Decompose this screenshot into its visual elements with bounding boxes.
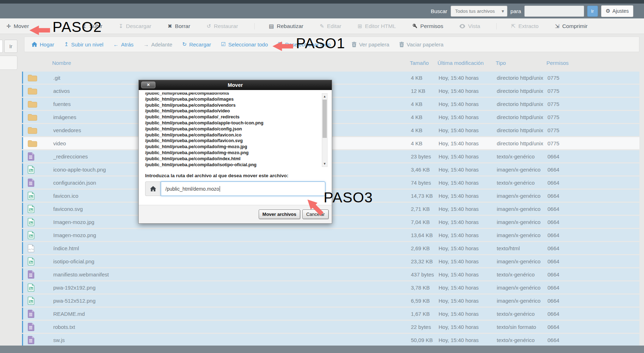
nav-item-adelante[interactable]: →Adelante [143, 41, 172, 47]
move-files-button[interactable]: Mover archivos [259, 209, 300, 219]
scroll-down-icon[interactable]: ▼ [322, 161, 327, 166]
file-type: imagen/x-genérico [497, 219, 547, 225]
file-name: índice.html [53, 245, 411, 251]
file-size: 74 bytes [411, 180, 439, 186]
column-header-size[interactable]: Tamaño [410, 60, 437, 66]
move-path-input[interactable]: /public_html/demo.mozo [161, 181, 325, 196]
path-input-fragment[interactable] [0, 40, 3, 53]
file-perms: 0775 [547, 101, 639, 107]
file-modified: Hoy, 15:40 horas [439, 271, 497, 278]
nav-item-subir-un-nivel[interactable]: ↥Subir un nivel [64, 41, 103, 47]
column-header-modified[interactable]: Última modificación [437, 60, 496, 66]
move-path-prompt: Introduzca la ruta del archivo al que de… [145, 173, 325, 178]
image-file-icon [28, 218, 54, 226]
toolbar-item-editor-html: ⊞Editor HTML [358, 23, 396, 29]
toolbar-item-rebautizar[interactable]: ▤Rebautizar [254, 23, 303, 29]
scrollbar[interactable]: ▲ ▼ [322, 93, 327, 167]
file-perms: 0664 [547, 271, 639, 278]
toolbar-item-mover[interactable]: ✛Mover [6, 23, 29, 29]
search-input[interactable] [524, 6, 584, 17]
table-row[interactable]: robots.txt22 bytesHoy, 15:40 horastexto/… [22, 321, 639, 333]
file-name: README.md [53, 311, 411, 317]
file-perms: 0664 [547, 180, 639, 186]
html-file-icon: </> [28, 244, 54, 252]
table-row[interactable]: README.md1,67 KBHoy, 15:40 horastexto/x-… [22, 308, 639, 320]
file-perms: 0664 [547, 153, 639, 159]
table-row[interactable]: isotipo-oficial.png23,32 KBHoy, 15:40 ho… [22, 255, 639, 267]
file-modified: Hoy, 15:40 horas [439, 88, 497, 94]
nav-item-seleccionar-todo[interactable]: ☑Seleccionar todo [221, 41, 268, 47]
close-icon[interactable]: ✕ [141, 82, 155, 88]
permissions-icon [412, 23, 418, 29]
column-header-perms[interactable]: Permisos [546, 60, 639, 66]
file-perms: 0775 [547, 88, 639, 94]
file-size: 6,59 KB [411, 298, 439, 304]
table-row[interactable]: manifiesto.webmanifest437 bytesHoy, 15:4… [22, 268, 639, 280]
table-row[interactable]: Imagen-mozo.png13,64 KBHoy, 15:40 horasi… [22, 229, 639, 241]
file-name: sw.js [53, 337, 411, 343]
cancel-button[interactable]: Cancelar [302, 209, 329, 219]
nav-item-recargar[interactable]: ↻Recargar [182, 41, 211, 47]
search-scope-value: Todos tus archivos [455, 9, 495, 14]
search-for-label: para [511, 8, 521, 14]
file-name: pwa-192x192.png [53, 285, 411, 291]
nav-item-vaciar-papelera[interactable]: Vaciar papelera [399, 41, 444, 47]
nav-item-atrás[interactable]: ←Atrás [113, 41, 133, 47]
file-name: manifiesto.webmanifest [53, 271, 411, 278]
search-scope-select[interactable]: Todos tus archivos ▾ [451, 6, 507, 17]
search-go-button[interactable]: Ir [587, 6, 598, 17]
nav-item-ver-papelera[interactable]: Ver papelera [341, 41, 389, 47]
toolbar-item-restaurar: ↺Restaurar [207, 23, 238, 29]
table-row[interactable]: </>índice.html2,69 KBHoy, 15:40 horastex… [22, 242, 639, 254]
scroll-up-icon[interactable]: ▲ [322, 94, 327, 99]
file-type: directorio httpd/unix [497, 114, 547, 120]
file-perms: 0664 [547, 245, 639, 251]
move-paths-list-container: /public_html/prueba.pe/compilado/fonts/p… [145, 93, 327, 168]
file-type: directorio httpd/unix [497, 127, 547, 133]
file-size: 13,64 KB [411, 232, 439, 238]
column-header-name[interactable]: Nombre [52, 60, 410, 66]
text-file-icon [28, 179, 54, 187]
move-dialog-title: Mover [228, 82, 243, 88]
file-type: texto/sin formato [497, 324, 547, 330]
file-perms: 0664 [547, 298, 639, 304]
path-go-button[interactable]: Ir [4, 40, 17, 53]
file-perms: 0664 [547, 206, 639, 212]
gear-icon: ⚙ [606, 8, 610, 14]
file-type: imagen/x-genérico [497, 206, 547, 212]
file-type: texto/x-genérico [497, 337, 547, 343]
edit-icon: ✎ [320, 23, 324, 29]
move-icon: ✛ [6, 23, 11, 29]
file-size: 3,78 KB [411, 285, 439, 291]
folder-icon [28, 74, 54, 82]
toolbar-item-permisos[interactable]: Permisos [412, 23, 444, 29]
file-size: 4 KB [411, 114, 439, 120]
move-source-path: /public_html/prueba.pe/compilado/img-moz… [145, 144, 327, 150]
file-type: directorio httpd/unix [497, 140, 547, 146]
move-source-path: /public_html/prueba.pe/compilado/favicon… [145, 138, 327, 144]
table-row[interactable]: sw.js50,09 KBHoy, 15:40 horastexto/x-gen… [22, 334, 639, 346]
folder-icon [28, 113, 54, 121]
table-row[interactable]: pwa-192x192.png3,78 KBHoy, 15:40 horasim… [22, 281, 639, 293]
file-modified: Hoy, 15:40 horas [439, 193, 497, 199]
file-perms: 0775 [547, 75, 639, 81]
file-type: directorio httpd/unix [497, 88, 547, 94]
file-modified: Hoy, 15:40 horas [439, 180, 497, 186]
file-modified: Hoy, 15:40 horas [439, 114, 497, 120]
file-modified: Hoy, 15:40 horas [439, 258, 497, 264]
toolbar-item-descargar: ↧Descargar [119, 23, 151, 29]
toolbar-item-comprimir[interactable]: ⇲Comprimir [555, 23, 588, 29]
column-header-type[interactable]: Tipo [496, 60, 546, 66]
file-type: directorio httpd/unix [497, 101, 547, 107]
settings-button[interactable]: ⚙ Ajustes [601, 5, 633, 17]
file-perms: 0664 [547, 324, 639, 330]
toolbar-item-borrar[interactable]: ✖Borrar [168, 23, 191, 29]
move-dialog: ✕ Mover /public_html/prueba.pe/compilado… [138, 80, 332, 224]
nav-item-hogar[interactable]: Hogar [32, 41, 54, 47]
scrollbar-thumb[interactable] [323, 100, 327, 138]
compress-icon: ⇲ [555, 23, 560, 29]
file-type: imagen/x-genérico [497, 298, 547, 304]
text-file-icon [28, 336, 54, 344]
table-row[interactable]: pwa-512x512.png6,59 KBHoy, 15:40 horasim… [22, 295, 639, 307]
restore-icon: ↺ [207, 23, 211, 29]
